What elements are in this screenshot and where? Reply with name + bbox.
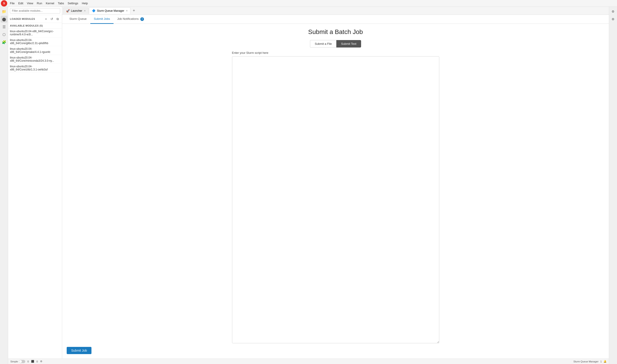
- status-right-count: 1: [600, 360, 602, 363]
- puzzle-icon-btn[interactable]: 🧩: [1, 39, 7, 45]
- status-right-label: Slurm Queue Manager: [574, 360, 599, 363]
- submit-type-buttons: Submit a File Submit Text: [310, 40, 361, 48]
- submit-job-area: Submit a Batch Job Submit a File Submit …: [62, 24, 609, 359]
- list-icon-btn[interactable]: ☰: [1, 23, 7, 30]
- status-counter-2: 0: [37, 360, 38, 363]
- app-logo: S: [1, 0, 7, 7]
- modules-search-area: [8, 7, 62, 15]
- panel-layout: LOADED MODULES + ↺ ⧉ AVAILABLE MODULES (…: [8, 7, 609, 359]
- add-tab-btn[interactable]: +: [131, 8, 137, 14]
- simple-label: Simple: [10, 360, 18, 363]
- module-item[interactable]: linux-ubuntu20.04-x86_64/Core/gcc-runtim…: [8, 29, 62, 37]
- gear-icon: ⚙: [40, 360, 42, 363]
- copy-module-btn[interactable]: ⧉: [55, 16, 60, 21]
- status-counter-1: 0: [27, 360, 29, 363]
- slurm-tab-submit[interactable]: Submit Jobs: [90, 15, 114, 24]
- module-item[interactable]: linux-ubuntu20.04-x86_64/Core/gmake/4.4.…: [8, 46, 62, 55]
- terminal-icon: ⬛: [31, 360, 34, 363]
- modules-search-input[interactable]: [10, 8, 60, 13]
- right-settings-icon-btn[interactable]: ⚙: [610, 8, 617, 15]
- submit-job-btn[interactable]: Submit Job: [67, 347, 92, 354]
- circle-icon-btn[interactable]: ⬤: [1, 16, 7, 23]
- main-layout: 📁 ⬤ ☰ ⬡ 🧩 LOADED MODULES + ↺ ⧉: [0, 7, 617, 364]
- toggle-track[interactable]: [19, 360, 25, 363]
- simple-toggle: Simple: [10, 360, 25, 363]
- menu-file[interactable]: File: [8, 1, 16, 5]
- slurm-tab-icon: 🔷: [92, 9, 95, 12]
- loaded-modules-label: LOADED MODULES: [10, 18, 35, 20]
- content-area: LOADED MODULES + ↺ ⧉ AVAILABLE MODULES (…: [8, 7, 609, 364]
- submit-text-btn[interactable]: Submit Text: [336, 40, 361, 48]
- menu-run[interactable]: Run: [35, 1, 44, 5]
- submit-job-title: Submit a Batch Job: [308, 28, 363, 36]
- module-item[interactable]: linux-ubuntu20.04-x86_64/Core/zlib/1.3.1…: [8, 64, 62, 73]
- slurm-sub-tabs: Slurm Queue Submit Jobs Job Notification…: [62, 15, 609, 24]
- status-bar: Simple 0 ⬛ 0 ⚙ Slurm Queue Manager 1 🔔: [8, 359, 609, 364]
- slurm-tab-notifications[interactable]: Job Notifications 0: [114, 15, 148, 24]
- add-module-btn[interactable]: +: [43, 16, 48, 21]
- modules-header: LOADED MODULES + ↺ ⧉: [8, 15, 62, 23]
- available-modules-label: AVAILABLE MODULES (5): [8, 23, 62, 29]
- toggle-thumb: [19, 360, 22, 363]
- launcher-tab-close[interactable]: ×: [84, 9, 86, 12]
- script-textarea[interactable]: [232, 56, 439, 343]
- launcher-tab-icon: 🚀: [66, 9, 70, 13]
- menu-kernel[interactable]: Kernel: [44, 1, 56, 5]
- launcher-tab-label: Launcher: [71, 9, 82, 12]
- submit-file-btn[interactable]: Submit a File: [310, 40, 336, 48]
- tabs-area: 🚀 Launcher × 🔷 Slurm Queue Manager × +: [62, 7, 609, 359]
- module-item[interactable]: linux-ubuntu20.04-x86_64/Core/miniconda3…: [8, 55, 62, 64]
- slurm-tab-close[interactable]: ×: [126, 9, 128, 12]
- notifications-badge: 0: [140, 17, 144, 21]
- menu-bar: S File Edit View Run Kernel Tabs Setting…: [0, 0, 617, 7]
- tab-bar: 🚀 Launcher × 🔷 Slurm Queue Manager × +: [62, 7, 609, 15]
- hexagon-icon-btn[interactable]: ⬡: [1, 31, 7, 38]
- slurm-tab-label: Slurm Queue Manager: [97, 9, 124, 12]
- slurm-tab-queue[interactable]: Slurm Queue: [66, 15, 90, 24]
- script-label: Enter your Slurm script here: [232, 51, 439, 54]
- tab-launcher[interactable]: 🚀 Launcher ×: [63, 8, 89, 14]
- left-icon-sidebar: 📁 ⬤ ☰ ⬡ 🧩: [0, 7, 8, 364]
- notifications-tab-label: Job Notifications: [117, 17, 138, 21]
- status-bar-left: Simple 0 ⬛ 0 ⚙: [10, 360, 42, 363]
- menu-settings[interactable]: Settings: [66, 1, 80, 5]
- menu-help[interactable]: Help: [80, 1, 90, 5]
- refresh-module-btn[interactable]: ↺: [49, 16, 54, 21]
- module-item[interactable]: linux-ubuntu20.04-x86_64/Core/glibc/2.31…: [8, 37, 62, 46]
- right-gear2-icon-btn[interactable]: ⚙: [610, 16, 617, 23]
- modules-actions: + ↺ ⧉: [43, 16, 60, 21]
- folder-icon-btn[interactable]: 📁: [1, 8, 7, 15]
- status-bar-right: Slurm Queue Manager 1 🔔: [574, 360, 607, 363]
- menu-edit[interactable]: Edit: [16, 1, 25, 5]
- tab-slurm[interactable]: 🔷 Slurm Queue Manager ×: [89, 7, 130, 14]
- menu-view[interactable]: View: [25, 1, 35, 5]
- bell-icon: 🔔: [604, 360, 607, 363]
- right-sidebar: ⚙ ⚙: [609, 7, 617, 364]
- modules-panel: LOADED MODULES + ↺ ⧉ AVAILABLE MODULES (…: [8, 7, 62, 359]
- menu-tabs[interactable]: Tabs: [56, 1, 66, 5]
- slurm-content: Slurm Queue Submit Jobs Job Notification…: [62, 15, 609, 359]
